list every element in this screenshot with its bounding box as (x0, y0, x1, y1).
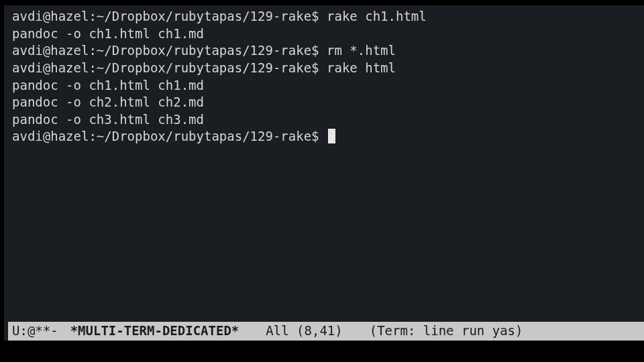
terminal-buffer[interactable]: avdi@hazel:~/Dropbox/rubytapas/129-rake$… (8, 5, 644, 341)
shell-prompt: avdi@hazel:~/Dropbox/rubytapas/129-rake$ (12, 9, 327, 23)
mode-line-position: All (8,41) (266, 322, 342, 340)
shell-prompt: avdi@hazel:~/Dropbox/rubytapas/129-rake$ (12, 60, 327, 75)
shell-command: rake ch1.html (327, 9, 427, 23)
mode-line-buffer-name: *MULTI-TERM-DEDICATED* (70, 322, 239, 340)
command-output: pandoc -o ch1.html ch1.md (12, 78, 204, 93)
shell-command: rm *.html (327, 43, 396, 58)
terminal-line: avdi@hazel:~/Dropbox/rubytapas/129-rake$… (12, 42, 640, 60)
terminal-line: avdi@hazel:~/Dropbox/rubytapas/129-rake$… (12, 60, 640, 77)
command-output: pandoc -o ch2.html ch2.md (12, 95, 204, 109)
mode-line-modes: (Term: line run yas) (370, 322, 523, 340)
cursor (328, 129, 335, 143)
emacs-mode-line: U:@**- *MULTI-TERM-DEDICATED* All (8,41)… (8, 322, 644, 341)
command-output: pandoc -o ch1.html ch1.md (12, 26, 204, 41)
terminal-line: pandoc -o ch3.html ch3.md (12, 111, 640, 129)
terminal-window: avdi@hazel:~/Dropbox/rubytapas/129-rake$… (4, 5, 640, 341)
terminal-line: avdi@hazel:~/Dropbox/rubytapas/129-rake$ (12, 128, 640, 145)
letterbox-bottom (0, 341, 644, 362)
shell-prompt: avdi@hazel:~/Dropbox/rubytapas/129-rake$ (12, 129, 327, 143)
mode-line-status: U:@**- (12, 322, 58, 340)
letterbox-top (0, 0, 644, 5)
shell-command: rake html (327, 60, 396, 75)
terminal-line: pandoc -o ch2.html ch2.md (12, 94, 640, 111)
terminal-lines: avdi@hazel:~/Dropbox/rubytapas/129-rake$… (12, 8, 640, 145)
terminal-line: pandoc -o ch1.html ch1.md (12, 25, 640, 43)
terminal-line: avdi@hazel:~/Dropbox/rubytapas/129-rake$… (12, 8, 640, 25)
terminal-line: pandoc -o ch1.html ch1.md (12, 77, 640, 95)
shell-prompt: avdi@hazel:~/Dropbox/rubytapas/129-rake$ (12, 43, 327, 58)
command-output: pandoc -o ch3.html ch3.md (12, 112, 204, 127)
